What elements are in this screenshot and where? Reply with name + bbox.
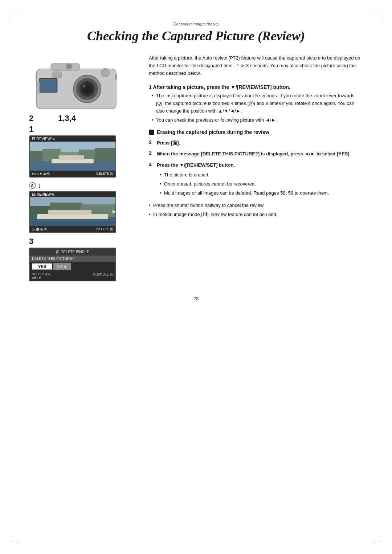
- screen2-bottom-bar: 1x🔲 8x🔍 DELETE 面: [30, 226, 115, 232]
- left-column: 2 1,3,4 1 🎞 REVIEW1x: [29, 54, 138, 281]
- screen3-set: SET▼: [32, 276, 51, 280]
- screen1-bottom-left: EXIT▼ 4x🔍: [32, 172, 51, 176]
- erasing-section-heading: Erasing the captured picture during the …: [149, 129, 363, 135]
- svg-rect-24: [95, 148, 115, 162]
- step-1-heading: 1 After taking a picture, press the ▼/[R…: [149, 84, 363, 90]
- section-marker-icon: [149, 130, 154, 135]
- screen1-bottom-bar: EXIT▼ 4x🔍 DELETE 面: [30, 171, 115, 177]
- svg-rect-20: [30, 151, 44, 162]
- screen3-bottom: SELECT◄► SET▼ MULTI/ALL 面: [30, 271, 115, 281]
- step-4-content: Press the ▼/[REVIEW/SET] button. The pic…: [157, 162, 363, 198]
- step-4-bullet-1: The picture is erased.: [160, 171, 363, 179]
- label-134: 1,3,4: [58, 114, 76, 123]
- step-3-content: When the message [DELETE THIS PICTURE?] …: [157, 150, 363, 158]
- screen3-select: SELECT◄►: [32, 272, 51, 276]
- page-number: 28: [29, 296, 363, 301]
- step-4-bullet-3: Multi images or all images can be delete…: [160, 190, 363, 197]
- screen2-bottom-right: DELETE 面: [96, 227, 113, 232]
- step-1-title: After taking a picture, press the ▼/[REV…: [153, 84, 290, 90]
- screen-review1x: 🎞 REVIEW1x: [29, 135, 116, 178]
- screen3-question: DELETE THIS PICTURE?: [30, 256, 115, 262]
- step-4: 4 Press the ▼/[REVIEW/SET] button. The p…: [149, 162, 363, 198]
- screen3-buttons: YES NO ►: [30, 262, 115, 271]
- svg-rect-17: [115, 74, 117, 80]
- screen2-bottom-left: 1x🔲 8x🔍: [32, 228, 48, 231]
- corner-mark-br: [374, 536, 381, 543]
- step-2-text: Press [面].: [157, 140, 180, 146]
- corner-mark-bl: [11, 536, 18, 543]
- label-2: 2: [29, 114, 33, 123]
- step-3: 3 When the message [DELETE THIS PICTURE?…: [149, 150, 363, 158]
- page-title: Checking the Captured Picture (Review): [29, 28, 363, 44]
- screen2-top-label: 🎞 REVIEW4x: [32, 192, 55, 196]
- step-1: 1 After taking a picture, press the ▼/[R…: [149, 84, 363, 124]
- screen-delete: 面 DELETE SINGLE DELETE THIS PICTURE? YES…: [29, 248, 116, 281]
- intro-text: After taking a picture, the Auto review …: [149, 54, 363, 77]
- svg-rect-16: [36, 74, 37, 80]
- step-4-bullet-2: Once erased, pictures cannot be recovere…: [160, 180, 363, 188]
- svg-rect-39: [37, 214, 108, 219]
- screen1-top-label: 🎞 REVIEW1x: [32, 137, 55, 141]
- label-1: 1: [29, 125, 138, 134]
- right-column: After taking a picture, the Auto review …: [149, 54, 363, 220]
- step-1-bullet-2: You can check the previous or following …: [152, 117, 363, 124]
- label-row-2-134: 2 1,3,4: [29, 114, 138, 123]
- screen3-bottom-right: MULTI/ALL 面: [93, 272, 113, 280]
- corner-mark-tr: [374, 11, 381, 18]
- camera-illustration: [29, 54, 123, 113]
- svg-rect-2: [53, 72, 62, 78]
- step-2: 2 Press [面].: [149, 139, 363, 147]
- svg-rect-40: [48, 210, 91, 215]
- down-arrow-icon: ↓: [37, 181, 41, 190]
- screen-review4x: 🎞 REVIEW4x: [29, 191, 116, 233]
- screen1-image: [30, 142, 115, 171]
- extra-bullet-2: In motion image mode [🎞], Review feature…: [149, 211, 363, 219]
- step-4-bullets: The picture is erased. Once erased, pict…: [160, 171, 363, 197]
- step-3-number: 3: [149, 150, 155, 158]
- svg-point-12: [101, 68, 110, 77]
- svg-point-7: [83, 85, 86, 87]
- extra-bullet-1: Press the shutter button halfway to canc…: [149, 202, 363, 209]
- corner-mark-tl: [11, 11, 18, 18]
- step-1-bullet-1: The last captured picture is displayed f…: [152, 92, 363, 115]
- step-1-number: 1: [149, 84, 153, 90]
- step-4-number: 4: [149, 162, 155, 198]
- screen3-top: 面 DELETE SINGLE: [30, 248, 115, 256]
- arrow-container: A ↓: [29, 181, 138, 190]
- step-2-content: Press [面].: [157, 139, 363, 147]
- extra-bullets: Press the shutter button halfway to canc…: [149, 202, 363, 219]
- page-container: Recording images (basic) Checking the Ca…: [0, 0, 392, 554]
- page-subtitle: Recording images (basic): [29, 22, 363, 26]
- step-1-bullets: The last captured picture is displayed f…: [152, 92, 363, 124]
- svg-rect-30: [59, 155, 84, 160]
- screen2-top-bar: 🎞 REVIEW4x: [30, 192, 115, 197]
- screen2-image: [30, 197, 115, 226]
- circle-a-label: A: [29, 182, 36, 189]
- step-4-title: Press the ▼/[REVIEW/SET] button.: [157, 162, 235, 168]
- label-3: 3: [29, 237, 138, 246]
- screen1-bottom-right: DELETE 面: [96, 171, 113, 176]
- delete-no-button: NO ►: [53, 263, 71, 270]
- svg-point-11: [67, 65, 71, 68]
- erasing-section-title: Erasing the captured picture during the …: [157, 129, 269, 135]
- delete-yes-button: YES: [32, 263, 52, 270]
- screen3-bottom-left: SELECT◄► SET▼: [32, 272, 51, 280]
- step-3-text: When the message [DELETE THIS PICTURE?] …: [157, 151, 351, 156]
- screen1-top-bar: 🎞 REVIEW1x: [30, 136, 115, 142]
- step-2-number: 2: [149, 139, 155, 147]
- svg-rect-9: [40, 79, 57, 92]
- main-content: 2 1,3,4 1 🎞 REVIEW1x: [29, 54, 363, 281]
- svg-rect-1: [51, 64, 80, 71]
